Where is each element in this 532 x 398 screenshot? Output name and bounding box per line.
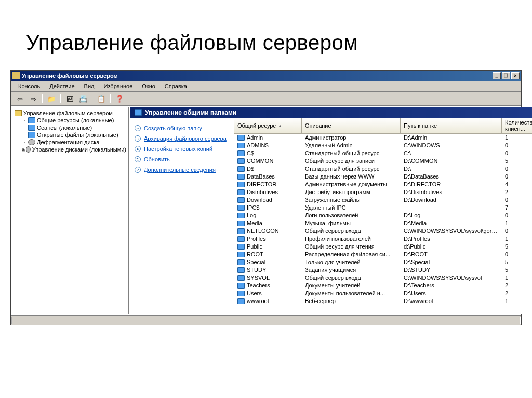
share-row[interactable]: Admin Администратор D:\Admin 1 bbox=[234, 134, 532, 142]
item-icon bbox=[28, 132, 35, 138]
share-icon bbox=[237, 252, 245, 257]
help-button[interactable]: ❓ bbox=[114, 93, 125, 104]
app-icon bbox=[12, 72, 20, 79]
action-link[interactable]: ●Настройка теневых копий bbox=[135, 144, 230, 154]
share-row[interactable]: Users Документы пользователей н... D:\Us… bbox=[234, 290, 532, 297]
menu-favorites[interactable]: Избранное bbox=[100, 82, 137, 90]
up-button[interactable]: 📁 bbox=[46, 93, 57, 104]
tree-item[interactable]: ·Сеансы (локальные) bbox=[15, 124, 126, 131]
restore-button[interactable]: ❐ bbox=[502, 72, 510, 79]
share-row[interactable]: COMMON Общий ресурс для записи D:\COMMON… bbox=[234, 157, 532, 165]
expand-icon[interactable]: · bbox=[22, 118, 28, 123]
cell-path: D:\wwwroot bbox=[401, 297, 502, 305]
list-panel: Общий ресурс▲ Описание Путь к папке Коли… bbox=[234, 118, 532, 314]
action-link[interactable]: ↻Обновить bbox=[135, 154, 230, 164]
share-row[interactable]: Download Загруженные файлы D:\Download 0 bbox=[234, 196, 532, 204]
share-row[interactable]: ADMIN$ Удаленный Admin C:\WINDOWS 0 bbox=[234, 142, 532, 149]
expand-icon[interactable]: · bbox=[22, 140, 28, 145]
content-header: Управление общими папками bbox=[130, 107, 532, 118]
share-row[interactable]: Profiles Профили пользователей D:\Profil… bbox=[234, 235, 532, 243]
share-row[interactable]: DIRECTOR Административные документы D:\D… bbox=[234, 181, 532, 188]
share-row[interactable]: NETLOGON Общий сервер входа C:\WINDOWS\S… bbox=[234, 227, 532, 235]
share-row[interactable]: ROOT Распределенная файловая си... D:\RO… bbox=[234, 251, 532, 258]
menu-window[interactable]: Окно bbox=[138, 82, 159, 90]
action-label: Настройка теневых копий bbox=[144, 146, 212, 152]
main-area: Управление файловым сервером ·Общие ресу… bbox=[11, 106, 521, 315]
share-icon bbox=[237, 166, 245, 172]
tree-item-label: Общие ресурсы (локальные) bbox=[37, 117, 114, 123]
menu-console[interactable]: Консоль bbox=[14, 82, 44, 90]
column-count[interactable]: Количество клиен... bbox=[502, 118, 532, 133]
cell-name: Public bbox=[234, 243, 302, 251]
share-row[interactable]: wwwroot Веб-сервер D:\wwwroot 1 bbox=[234, 297, 532, 305]
cell-count: 5 bbox=[502, 243, 532, 251]
tree-item[interactable]: ·Общие ресурсы (локальные) bbox=[15, 117, 126, 124]
refresh-button[interactable]: 🗟 bbox=[64, 93, 75, 104]
menu-view[interactable]: Вид bbox=[80, 82, 99, 90]
expand-icon[interactable]: · bbox=[22, 125, 28, 130]
share-row[interactable]: SYSVOL Общий сервер входа C:\WINDOWS\SYS… bbox=[234, 274, 532, 282]
menubar: Консоль Действие Вид Избранное Окно Спра… bbox=[11, 81, 521, 92]
cell-name: NETLOGON bbox=[234, 227, 302, 235]
share-row[interactable]: D$ Стандартный общий ресурс D:\ 0 bbox=[234, 165, 532, 173]
cell-description: Веб-сервер bbox=[302, 297, 401, 305]
tree-item[interactable]: ·Дефрагментация диска bbox=[15, 139, 126, 146]
action-link[interactable]: →Создать общую папку bbox=[135, 123, 230, 133]
properties-button[interactable]: 📋 bbox=[96, 93, 107, 104]
cell-description: Стандартный общий ресурс bbox=[302, 149, 401, 157]
share-row[interactable]: Special Только для учителей D:\Special 5 bbox=[234, 258, 532, 266]
share-row[interactable]: STUDY Задания учащимся D:\STUDY 5 bbox=[234, 266, 532, 274]
cell-path: C:\WINDOWS bbox=[401, 142, 502, 149]
forward-button[interactable]: ⇨ bbox=[28, 93, 39, 104]
action-icon: ● bbox=[135, 146, 141, 152]
cell-count: 5 bbox=[502, 157, 532, 165]
tree-item[interactable]: ·Открытые файлы (локальные) bbox=[15, 131, 126, 139]
tree-root[interactable]: Управление файловым сервером bbox=[15, 109, 126, 117]
cell-count: 2 bbox=[502, 290, 532, 297]
cell-description: Дистрибутивы программ bbox=[302, 188, 401, 196]
share-row[interactable]: Public Общий ресурс для чтения d:\Public… bbox=[234, 243, 532, 251]
column-description[interactable]: Описание bbox=[302, 118, 401, 133]
menu-help[interactable]: Справка bbox=[161, 82, 191, 90]
action-link[interactable]: →Архивация файлового сервера bbox=[135, 133, 230, 144]
share-row[interactable]: Media Музыка, фильмы D:\Media 1 bbox=[234, 219, 532, 227]
share-row[interactable]: C$ Стандартный общий ресурс C:\ 0 bbox=[234, 149, 532, 157]
cell-description: Стандартный общий ресурс bbox=[302, 165, 401, 173]
minimize-button[interactable]: _ bbox=[493, 72, 501, 79]
column-name[interactable]: Общий ресурс▲ bbox=[234, 118, 302, 133]
cell-name: ROOT bbox=[234, 251, 302, 258]
close-button[interactable]: × bbox=[511, 72, 520, 79]
content-panel: Управление общими папками →Создать общую… bbox=[130, 107, 532, 314]
share-row[interactable]: DataBases Базы данных через WWW D:\DataB… bbox=[234, 173, 532, 181]
statusbar bbox=[11, 315, 521, 325]
cell-path: D:\ bbox=[401, 165, 502, 173]
expand-icon[interactable]: · bbox=[22, 132, 28, 138]
cell-description: Общий сервер входа bbox=[302, 274, 401, 282]
action-link[interactable]: ?Дополнительные сведения bbox=[135, 164, 230, 175]
toolbar: ⇦ ⇨ 📁 🗟 📇 📋 ❓ bbox=[11, 92, 521, 106]
separator bbox=[92, 94, 92, 103]
cell-description: Базы данных через WWW bbox=[302, 173, 401, 181]
action-label: Обновить bbox=[144, 156, 170, 162]
share-row[interactable]: Log Логи пользователей D:\Log 0 bbox=[234, 212, 532, 219]
share-row[interactable]: Teachers Документы учителей D:\Teachers … bbox=[234, 282, 532, 290]
share-icon bbox=[237, 182, 245, 187]
content-body: →Создать общую папку→Архивация файлового… bbox=[130, 118, 532, 314]
content-title: Управление общими папками bbox=[145, 109, 236, 116]
column-path[interactable]: Путь к папке bbox=[401, 118, 502, 133]
cell-name: IPC$ bbox=[234, 204, 302, 212]
share-icon bbox=[237, 291, 245, 296]
cell-count: 1 bbox=[502, 219, 532, 227]
tree-panel: Управление файловым сервером ·Общие ресу… bbox=[12, 107, 129, 314]
expand-icon[interactable]: ⊞ bbox=[22, 147, 26, 152]
action-icon: → bbox=[135, 125, 141, 131]
tree-item[interactable]: ⊞Управление дисками (локальными) bbox=[15, 146, 126, 153]
share-row[interactable]: Distributives Дистрибутивы программ D:\D… bbox=[234, 188, 532, 196]
back-button[interactable]: ⇦ bbox=[14, 93, 25, 104]
menu-action[interactable]: Действие bbox=[45, 82, 78, 90]
cell-path bbox=[401, 204, 502, 212]
export-button[interactable]: 📇 bbox=[77, 93, 89, 104]
cell-description: Общий сервер входа bbox=[302, 227, 401, 235]
cell-name: Profiles bbox=[234, 235, 302, 243]
share-row[interactable]: IPC$ Удаленный IPC 7 bbox=[234, 204, 532, 212]
